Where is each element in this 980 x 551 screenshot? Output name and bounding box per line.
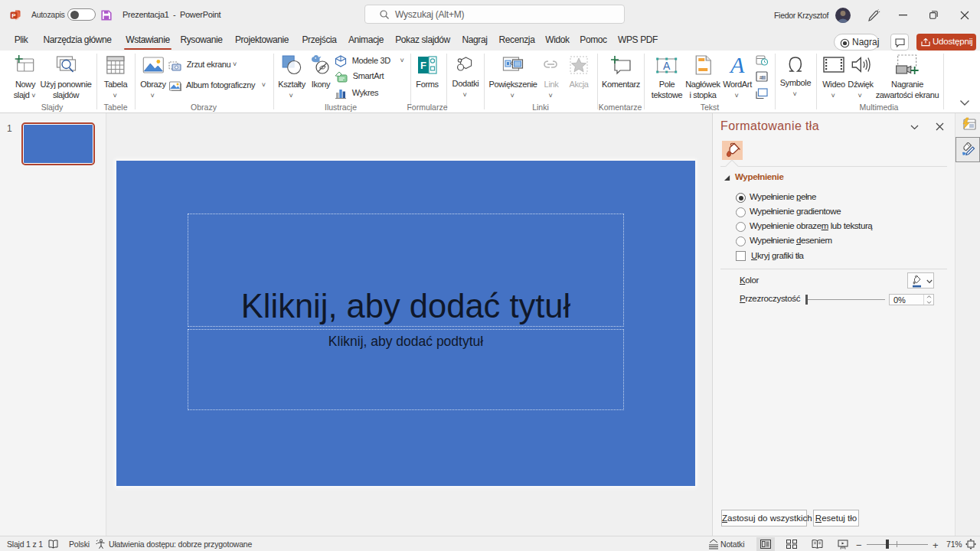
svg-text:#: #	[760, 75, 763, 80]
svg-text:F: F	[420, 60, 426, 71]
svg-text:A: A	[729, 54, 745, 76]
svg-text:P: P	[11, 12, 16, 19]
svg-text:A: A	[663, 60, 671, 72]
